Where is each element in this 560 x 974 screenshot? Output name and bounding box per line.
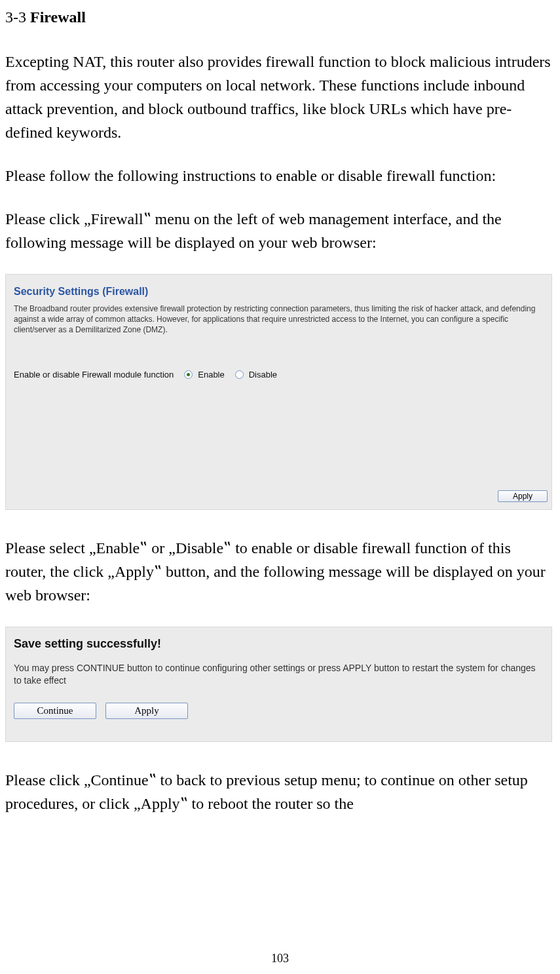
disable-radio[interactable] bbox=[235, 370, 244, 379]
paragraph-intro: Excepting NAT, this router also provides… bbox=[5, 50, 553, 144]
save-setting-panel: Save setting successfully! You may press… bbox=[5, 627, 552, 742]
apply-button-confirm[interactable]: Apply bbox=[105, 703, 188, 719]
firewall-settings-panel: Security Settings (Firewall) The Broadba… bbox=[5, 274, 552, 510]
save-title: Save setting successfully! bbox=[14, 635, 544, 653]
disable-label: Disable bbox=[249, 368, 277, 381]
paragraph-click-firewall: Please click „Firewall‟ menu on the left… bbox=[5, 207, 553, 254]
save-description: You may press CONTINUE button to continu… bbox=[14, 662, 544, 687]
section-number: 3-3 bbox=[5, 9, 30, 26]
firewall-toggle-label: Enable or disable Firewall module functi… bbox=[14, 368, 174, 381]
page-number: 103 bbox=[0, 950, 560, 967]
section-heading: 3-3 Firewall bbox=[5, 5, 553, 29]
enable-label: Enable bbox=[198, 368, 224, 381]
paragraph-select-enable: Please select „Enable‟ or „Disable‟ to e… bbox=[5, 536, 553, 607]
panel-title: Security Settings (Firewall) bbox=[6, 275, 551, 303]
enable-radio[interactable] bbox=[184, 370, 193, 379]
paragraph-instruction: Please follow the following instructions… bbox=[5, 164, 553, 187]
panel-description: The Broadband router provides extensive … bbox=[6, 303, 551, 336]
section-title: Firewall bbox=[30, 9, 86, 26]
firewall-toggle-row: Enable or disable Firewall module functi… bbox=[6, 336, 551, 381]
continue-button[interactable]: Continue bbox=[14, 703, 96, 719]
paragraph-continue: Please click „Continue‟ to back to previ… bbox=[5, 768, 553, 815]
apply-button[interactable]: Apply bbox=[498, 490, 548, 502]
